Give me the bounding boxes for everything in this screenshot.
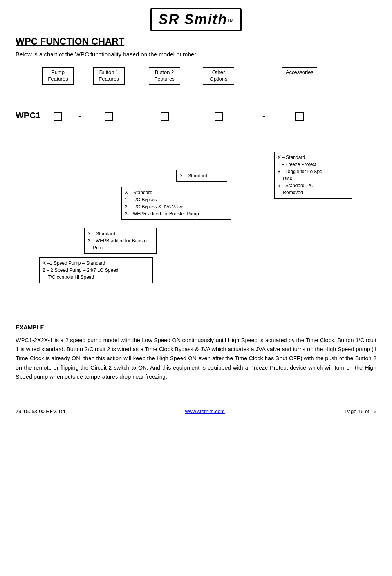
option-btn1-text: X – Standard3 – WFPR added for Booster P… (88, 231, 148, 251)
wpc1-label: WPC1 (16, 110, 41, 121)
footer-right: Page 16 of 16 (345, 408, 376, 414)
footer-center[interactable]: www.srsmith.com (185, 408, 225, 414)
option-btn2: X – Standard1 – T/C Bypass2 – T/C Bypass… (121, 187, 231, 220)
vline-pump-top (58, 82, 58, 112)
wpc-function-chart: PumpFeatures Button 1Features Button 2Fe… (16, 65, 384, 308)
header-btn2-label: Button 2Features (154, 69, 174, 82)
checkbox-other (215, 112, 223, 121)
dash1: - (78, 110, 81, 121)
option-other-text: X – Standard (180, 173, 207, 179)
logo-text: SR Smith (159, 11, 228, 27)
option-btn1: X – Standard3 – WFPR added for Booster P… (84, 228, 157, 254)
option-other: X – Standard (176, 170, 227, 182)
footer: 79-15053-00 REV. D4 www.srsmith.com Page… (16, 405, 376, 414)
header-accessories: Accessories (282, 67, 317, 78)
checkbox-btn2 (161, 112, 169, 121)
dash2: - (262, 110, 265, 121)
header-accessories-label: Accessories (286, 69, 313, 75)
logo-area: SR SmithTM (16, 8, 376, 31)
header-pump-label: PumpFeatures (48, 69, 68, 82)
example-body-text: WPC1-2X2X-1 is a 2 speed pump model with… (16, 337, 376, 380)
vline-other-top (219, 82, 219, 112)
checkbox-btn1 (105, 112, 113, 121)
header-btn1-label: Button 1Features (99, 69, 119, 82)
hline-other (176, 184, 219, 184)
page-title: WPC FUNCTION CHART (16, 36, 376, 47)
option-btn2-text: X – Standard1 – T/C Bypass2 – T/C Bypass… (125, 190, 199, 217)
header-other-label: OtherOptions (210, 69, 228, 82)
example-title: EXAMPLE: (16, 324, 376, 330)
option-accessories: X – Standard1 – Freeze Protect8 – Toggle… (274, 152, 352, 199)
vline-accessories-top (300, 82, 300, 112)
vline-btn1-down (109, 121, 109, 242)
checkbox-accessories (295, 112, 304, 121)
checkbox-pump (54, 112, 62, 121)
option-accessories-text: X – Standard1 – Freeze Protect8 – Toggle… (278, 155, 322, 195)
header-btn2: Button 2Features (149, 67, 180, 85)
header-other: OtherOptions (203, 67, 234, 85)
logo-box: SR SmithTM (150, 8, 242, 31)
subtitle: Below is a chart of the WPC functionalit… (16, 51, 376, 58)
logo-tm: TM (228, 18, 234, 23)
option-pump: X –1 Speed Pump – Standard2 – 2 Speed Pu… (39, 257, 153, 283)
footer-left: 79-15053-00 REV. D4 (16, 408, 65, 414)
vline-btn1-top (109, 82, 109, 112)
vline-btn2-top (165, 82, 165, 112)
option-pump-text: X –1 Speed Pump – Standard2 – 2 Speed Pu… (43, 260, 120, 280)
example-section: EXAMPLE: WPC1-2X2X-1 is a 2 speed pump m… (16, 324, 376, 381)
example-body: WPC1-2X2X-1 is a 2 speed pump model with… (16, 336, 376, 381)
vline-pump-down (58, 121, 58, 270)
